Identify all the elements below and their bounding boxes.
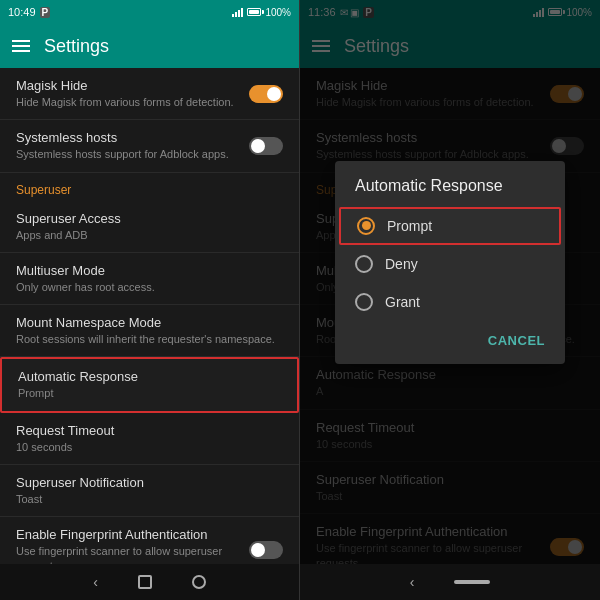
cancel-button[interactable]: CANCEL [480, 329, 553, 352]
superuser-section-header: Superuser [0, 173, 299, 201]
radio-deny[interactable] [355, 255, 373, 273]
toolbar-title-left: Settings [44, 36, 109, 57]
superuser-access-subtitle: Apps and ADB [16, 228, 283, 242]
left-panel: 10:49 P 100% Settings [0, 0, 300, 600]
settings-list-left: Magisk Hide Hide Magisk from various for… [0, 68, 299, 564]
systemless-hosts-title: Systemless hosts [16, 130, 229, 145]
fingerprint-item[interactable]: Enable Fingerprint Authentication Use fi… [0, 517, 299, 564]
multiuser-mode-subtitle: Only owner has root access. [16, 280, 283, 294]
fingerprint-toggle[interactable] [249, 541, 283, 559]
dialog-title: Automatic Response [335, 161, 565, 207]
magisk-hide-subtitle: Hide Magisk from various forms of detect… [16, 95, 234, 109]
systemless-hosts-toggle[interactable] [249, 137, 283, 155]
dialog-option-prompt-label: Prompt [387, 218, 432, 234]
magisk-hide-title: Magisk Hide [16, 78, 234, 93]
fingerprint-title: Enable Fingerprint Authentication [16, 527, 241, 542]
mount-namespace-title: Mount Namespace Mode [16, 315, 283, 330]
signal-icon-left [232, 7, 243, 17]
nav-bar-left: ‹ [0, 564, 299, 600]
dialog-option-grant[interactable]: Grant [335, 283, 565, 321]
back-icon-right[interactable]: ‹ [410, 574, 415, 590]
request-timeout-title: Request Timeout [16, 423, 283, 438]
automatic-response-subtitle-left: Prompt [18, 386, 281, 400]
dialog-overlay: Automatic Response Prompt Deny Grant CAN… [300, 0, 600, 564]
automatic-response-item-left[interactable]: Automatic Response Prompt [0, 357, 299, 412]
automatic-response-dialog: Automatic Response Prompt Deny Grant CAN… [335, 161, 565, 364]
magisk-hide-item[interactable]: Magisk Hide Hide Magisk from various for… [0, 68, 299, 120]
time-left: 10:49 [8, 6, 36, 18]
toolbar-left: Settings [0, 24, 299, 68]
multiuser-mode-title: Multiuser Mode [16, 263, 283, 278]
menu-icon-left[interactable] [12, 40, 30, 52]
radio-grant[interactable] [355, 293, 373, 311]
automatic-response-title-left: Automatic Response [18, 369, 281, 384]
battery-icon-left: 100% [247, 7, 291, 18]
superuser-notification-title: Superuser Notification [16, 475, 283, 490]
dialog-option-deny-label: Deny [385, 256, 418, 272]
systemless-hosts-item[interactable]: Systemless hosts Systemless hosts suppor… [0, 120, 299, 172]
multiuser-mode-item[interactable]: Multiuser Mode Only owner has root acces… [0, 253, 299, 305]
dialog-option-grant-label: Grant [385, 294, 420, 310]
mount-namespace-item[interactable]: Mount Namespace Mode Root sessions will … [0, 305, 299, 357]
fingerprint-subtitle: Use fingerprint scanner to allow superus… [16, 544, 241, 564]
dialog-option-prompt[interactable]: Prompt [339, 207, 561, 245]
back-icon-left[interactable]: ‹ [93, 574, 98, 590]
dialog-option-deny[interactable]: Deny [335, 245, 565, 283]
p-icon-left: P [40, 7, 51, 18]
superuser-notification-subtitle: Toast [16, 492, 283, 506]
battery-pct-left: 100% [265, 7, 291, 18]
dialog-actions: CANCEL [335, 321, 565, 364]
right-panel: 11:36 ✉ ▣ P 100% Settings [300, 0, 600, 600]
magisk-hide-toggle[interactable] [249, 85, 283, 103]
nav-bar-right: ‹ [300, 564, 600, 600]
recent-icon-left[interactable] [192, 575, 206, 589]
request-timeout-item[interactable]: Request Timeout 10 seconds [0, 413, 299, 465]
radio-prompt[interactable] [357, 217, 375, 235]
home-icon-left[interactable] [138, 575, 152, 589]
systemless-hosts-subtitle: Systemless hosts support for Adblock app… [16, 147, 229, 161]
request-timeout-subtitle: 10 seconds [16, 440, 283, 454]
superuser-access-title: Superuser Access [16, 211, 283, 226]
nav-pill-right [454, 580, 490, 584]
mount-namespace-subtitle: Root sessions will inherit the requester… [16, 332, 283, 346]
superuser-access-item[interactable]: Superuser Access Apps and ADB [0, 201, 299, 253]
status-bar-left: 10:49 P 100% [0, 0, 299, 24]
superuser-notification-item[interactable]: Superuser Notification Toast [0, 465, 299, 517]
